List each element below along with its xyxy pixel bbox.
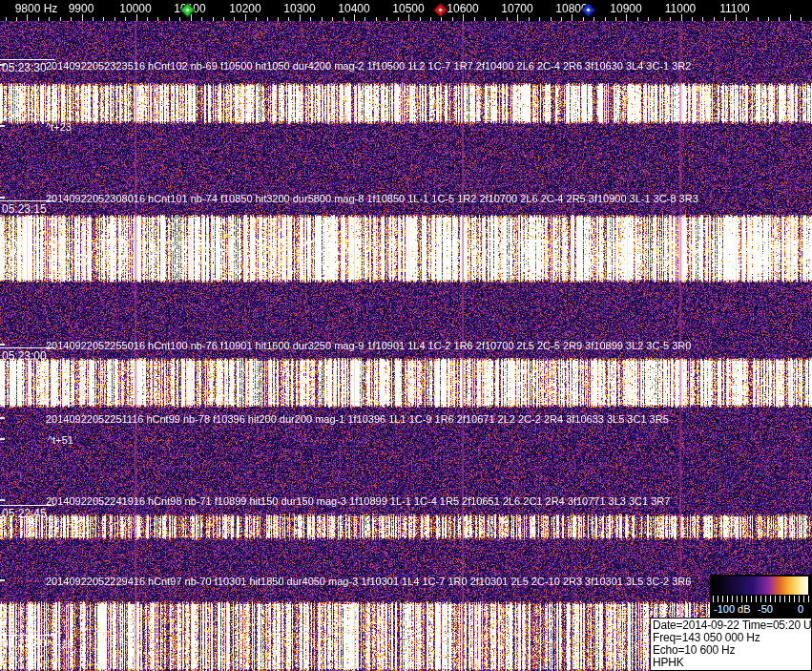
minor-tick bbox=[637, 17, 638, 21]
minor-tick bbox=[441, 17, 442, 21]
color-gradient-bar[interactable] bbox=[713, 577, 808, 595]
freq-label-10000: 10000 bbox=[119, 2, 151, 15]
minor-tick bbox=[71, 17, 72, 21]
legend-tick bbox=[751, 596, 752, 602]
legend-tick bbox=[756, 596, 757, 602]
major-tick bbox=[82, 14, 83, 21]
edge-tick bbox=[0, 579, 5, 581]
minor-tick bbox=[670, 17, 671, 21]
freq-label-10500: 10500 bbox=[392, 2, 424, 15]
minor-tick bbox=[234, 17, 235, 21]
major-tick bbox=[354, 14, 355, 21]
minor-tick bbox=[583, 17, 584, 21]
minor-tick bbox=[16, 17, 17, 21]
edge-tick bbox=[0, 125, 5, 127]
time-offset-mark: ^t+23 bbox=[46, 121, 72, 133]
legend-tick bbox=[799, 596, 800, 602]
legend-label-max: 0 bbox=[798, 603, 803, 615]
legend-tick bbox=[718, 596, 718, 602]
edge-tick bbox=[0, 400, 5, 402]
minor-tick bbox=[179, 17, 180, 21]
edge-tick bbox=[0, 344, 5, 346]
legend-tick bbox=[727, 596, 728, 602]
time-label-052230: 05:22:30 bbox=[0, 635, 54, 650]
major-tick bbox=[27, 14, 28, 21]
minor-tick bbox=[529, 17, 530, 21]
minor-tick bbox=[430, 17, 431, 21]
minor-tick bbox=[344, 17, 344, 21]
info-echo: Echo=10 600 Hz bbox=[653, 644, 811, 657]
legend-tick bbox=[794, 596, 795, 602]
legend-tick bbox=[784, 596, 785, 602]
minor-tick bbox=[398, 17, 399, 21]
legend-tick bbox=[770, 596, 771, 602]
minor-tick bbox=[485, 17, 486, 21]
red-diamond-marker[interactable] bbox=[433, 3, 448, 18]
freq-label-9800-hz: 9800 Hz bbox=[15, 2, 58, 15]
minor-tick bbox=[332, 17, 333, 21]
detection-annotation: 20140922052323516 hCnt102 nb-69 f10500 h… bbox=[46, 60, 691, 72]
freq-label-10700: 10700 bbox=[501, 2, 532, 15]
legend-tick bbox=[760, 596, 761, 602]
minor-tick bbox=[322, 17, 323, 21]
minor-tick bbox=[115, 17, 115, 21]
major-tick bbox=[136, 14, 137, 21]
major-tick bbox=[408, 14, 409, 21]
major-tick bbox=[681, 14, 682, 21]
minor-tick bbox=[758, 17, 759, 21]
legend-tick bbox=[732, 596, 733, 602]
detection-annotation: 20140922052308016 hCnt101 nb-74 f10850 h… bbox=[46, 193, 698, 204]
minor-tick bbox=[551, 17, 552, 21]
minor-tick bbox=[310, 17, 311, 21]
minor-tick bbox=[256, 17, 257, 21]
legend-tick bbox=[741, 596, 742, 602]
freq-label-10200: 10200 bbox=[229, 2, 260, 15]
minor-tick bbox=[702, 17, 703, 21]
info-station-id: HPHK bbox=[653, 657, 811, 669]
legend-tick bbox=[780, 596, 781, 602]
minor-tick bbox=[103, 17, 104, 21]
amplitude-color-scale: -100 dB -50 0 bbox=[710, 575, 812, 618]
minor-tick bbox=[6, 17, 7, 21]
minor-tick bbox=[561, 17, 562, 21]
minor-tick bbox=[605, 17, 606, 21]
minor-tick bbox=[125, 17, 126, 21]
minor-tick bbox=[659, 17, 660, 21]
time-offset-mark: ^t+51 bbox=[48, 434, 73, 446]
status-info-box: Date=2014-09-22 Time=05:20 UTC Freq=143 … bbox=[650, 618, 812, 671]
time-offset-mark: ^t+55 bbox=[48, 396, 73, 408]
major-tick bbox=[572, 14, 573, 21]
edge-tick bbox=[0, 64, 5, 66]
legend-tick bbox=[789, 596, 790, 602]
time-offset-mark: ^t+41 bbox=[46, 515, 72, 527]
edge-tick bbox=[0, 417, 5, 419]
legend-label-min: -100 dB bbox=[714, 603, 751, 615]
minor-tick bbox=[201, 17, 202, 21]
minor-tick bbox=[746, 17, 747, 21]
minor-tick bbox=[169, 17, 170, 21]
info-date-time: Date=2014-09-22 Time=05:20 UTC bbox=[653, 619, 811, 632]
spectrum-lab-window: 9800 Hz990010000101001020010300104001050… bbox=[0, 0, 812, 671]
minor-tick bbox=[779, 17, 780, 21]
minor-tick bbox=[38, 17, 39, 21]
info-frequency: Freq=143 050 000 Hz bbox=[653, 632, 811, 644]
frequency-scale[interactable]: 9800 Hz990010000101001020010300104001050… bbox=[0, 0, 812, 21]
freq-label-11000: 11000 bbox=[665, 2, 696, 15]
minor-tick bbox=[278, 17, 279, 21]
minor-tick bbox=[801, 17, 802, 21]
legend-tick bbox=[765, 596, 766, 602]
legend-tick bbox=[722, 596, 723, 602]
minor-tick bbox=[452, 17, 453, 21]
minor-tick bbox=[288, 17, 289, 21]
major-tick bbox=[300, 14, 301, 21]
major-tick bbox=[517, 14, 518, 21]
freq-label-10900: 10900 bbox=[610, 2, 641, 15]
minor-tick bbox=[157, 17, 158, 21]
minor-tick bbox=[93, 17, 94, 21]
legend-tick bbox=[803, 596, 804, 602]
time-offset-mark: ^t+29 bbox=[48, 639, 73, 650]
minor-tick bbox=[60, 17, 61, 21]
time-offset-mark: ^t+08 bbox=[46, 272, 72, 283]
minor-tick bbox=[223, 17, 224, 21]
freq-label-10300: 10300 bbox=[283, 2, 315, 15]
